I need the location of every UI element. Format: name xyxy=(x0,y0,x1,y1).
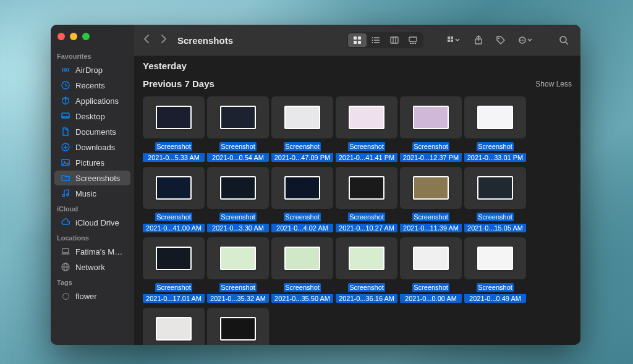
svg-rect-2 xyxy=(62,113,69,118)
file-thumbnail xyxy=(156,247,192,270)
file-item[interactable]: Screenshot2021-0...5.33 AM xyxy=(143,96,205,164)
file-item[interactable]: Screenshot2021-0...36.16 AM xyxy=(336,237,397,305)
sidebar-item-recents[interactable]: Recents xyxy=(54,78,130,93)
file-name-line1: Screenshot xyxy=(412,283,449,292)
sidebar-item-fatima-s-ma-[interactable]: Fatima's Ma… xyxy=(54,244,130,259)
file-item[interactable]: Screenshot2021-0...12.37 PM xyxy=(400,96,462,164)
svg-rect-18 xyxy=(358,41,361,44)
file-label: Screenshot2021-0...35.32 AM xyxy=(207,283,269,305)
svg-point-37 xyxy=(498,38,499,39)
sidebar-section-header: Locations xyxy=(51,231,134,243)
file-item[interactable]: Screenshot2021-0...35.50 AM xyxy=(271,237,333,305)
file-thumbnail-wrap xyxy=(336,167,397,209)
actions-button[interactable] xyxy=(515,33,536,47)
file-item[interactable]: Screenshot2021-0...41.00 AM xyxy=(143,167,205,235)
apps-icon xyxy=(61,96,70,106)
file-thumbnail-wrap xyxy=(143,237,205,279)
file-item[interactable]: Screenshot2021-0...0.00 AM xyxy=(400,237,462,305)
sidebar-item-applications[interactable]: Applications xyxy=(54,93,130,108)
file-item[interactable]: Screenshot2021-0...17.01 AM xyxy=(143,237,205,305)
tags-button[interactable] xyxy=(493,33,509,47)
share-button[interactable] xyxy=(470,33,486,47)
file-label: Screenshot2021-0...0.49 AM xyxy=(464,283,526,305)
sidebar-item-downloads[interactable]: Downloads xyxy=(54,140,130,154)
file-item[interactable]: Screenshot2021-0...41.41 PM xyxy=(336,96,397,164)
group-header: Yesterday xyxy=(143,56,572,74)
file-thumbnail-wrap xyxy=(143,308,205,345)
file-name-line1: Screenshot xyxy=(155,283,192,292)
file-name-line1: Screenshot xyxy=(348,142,385,151)
svg-line-43 xyxy=(566,42,568,44)
file-name-line1: Screenshot xyxy=(412,142,449,151)
file-item[interactable]: Screenshot2021-0...0.49 AM xyxy=(464,237,526,305)
forward-button[interactable] xyxy=(161,34,168,46)
file-label: Screenshot2021-0...10.27 AM xyxy=(336,213,397,235)
file-thumbnail xyxy=(220,317,256,341)
airdrop-icon xyxy=(61,65,70,75)
svg-rect-17 xyxy=(354,41,357,44)
sidebar-item-music[interactable]: Music xyxy=(54,186,130,201)
gallery-view-button[interactable] xyxy=(404,33,422,47)
svg-rect-29 xyxy=(410,43,412,44)
file-name-line2: 2021-0...4.02 AM xyxy=(271,224,333,232)
sidebar-item-desktop[interactable]: Desktop xyxy=(54,109,130,124)
file-item[interactable]: Screenshot2021-0...35.32 AM xyxy=(207,237,269,305)
minimize-window-button[interactable] xyxy=(70,33,77,40)
svg-rect-16 xyxy=(358,36,361,40)
file-name-line1: Screenshot xyxy=(284,142,321,151)
file-thumbnail xyxy=(284,247,320,270)
sidebar-item-label: Pictures xyxy=(75,158,104,167)
file-item[interactable]: Screenshot2021-0...15.05 AM xyxy=(464,167,526,235)
file-label: Screenshot2021-0...0.54 AM xyxy=(207,142,269,164)
close-window-button[interactable] xyxy=(57,33,65,40)
doc-icon xyxy=(61,127,70,137)
file-thumbnail xyxy=(413,247,449,270)
svg-rect-35 xyxy=(451,40,453,42)
sidebar-item-network[interactable]: Network xyxy=(54,260,130,274)
globe-icon xyxy=(61,262,70,272)
show-less-button[interactable]: Show Less xyxy=(535,80,572,88)
file-thumbnail xyxy=(156,317,192,341)
file-item[interactable]: Screenshot2021-0...11.39 AM xyxy=(400,167,462,235)
file-label: Screenshot2021-0...17.01 AM xyxy=(143,283,205,305)
file-name-line2: 2021-0...36.16 AM xyxy=(336,294,397,303)
sidebar-item-icloud-drive[interactable]: iCloud Drive xyxy=(54,215,130,230)
file-item[interactable]: Screenshot2021-0...10.27 AM xyxy=(336,167,397,235)
file-name-line2: 2021-0...3.30 AM xyxy=(207,224,269,232)
sidebar-item-airdrop[interactable]: AirDrop xyxy=(54,62,130,77)
sidebar-item-label: Downloads xyxy=(75,143,115,152)
list-view-button[interactable] xyxy=(367,33,385,47)
file-label: Screenshot2021-0...41.41 PM xyxy=(336,142,397,164)
file-item[interactable]: Screenshot2021-0...4.02 AM xyxy=(271,167,333,235)
file-item[interactable]: Screenshot2021-0...47.09 PM xyxy=(271,96,333,164)
group-by-button[interactable] xyxy=(443,33,464,47)
main-pane: Screenshots xyxy=(134,25,580,345)
fullscreen-window-button[interactable] xyxy=(82,33,90,40)
svg-point-23 xyxy=(372,40,373,41)
laptop-icon xyxy=(61,247,70,256)
file-item[interactable]: Screenshot2021-0...0.54 AM xyxy=(207,96,269,164)
tagcircle-icon xyxy=(61,291,70,301)
file-thumbnail xyxy=(413,106,449,129)
file-item[interactable]: Screenshot2021-0...33.01 PM xyxy=(464,96,526,164)
icon-view-button[interactable] xyxy=(348,33,367,47)
svg-point-0 xyxy=(64,69,67,71)
file-label: Screenshot2021-0...15.05 AM xyxy=(464,213,526,235)
file-thumbnail xyxy=(477,176,513,200)
file-item[interactable]: Screenshot2021-0...3.30 AM xyxy=(207,167,269,235)
sidebar-item-flower[interactable]: flower xyxy=(54,289,130,303)
file-thumbnail-wrap xyxy=(400,237,462,279)
column-view-button[interactable] xyxy=(385,33,404,47)
back-button[interactable] xyxy=(143,34,150,46)
file-label: Screenshot2021-0...47.09 PM xyxy=(271,142,333,164)
file-thumbnail xyxy=(477,106,513,129)
group-header-label: Yesterday xyxy=(143,61,187,71)
sidebar-item-pictures[interactable]: Pictures xyxy=(54,155,130,170)
sidebar-item-screenshots[interactable]: Screenshots xyxy=(54,171,130,185)
file-thumbnail-wrap xyxy=(464,167,526,209)
file-thumbnail xyxy=(284,106,320,129)
file-item[interactable] xyxy=(207,308,269,345)
file-item[interactable] xyxy=(143,308,205,345)
search-button[interactable] xyxy=(556,33,572,47)
sidebar-item-documents[interactable]: Documents xyxy=(54,124,130,139)
